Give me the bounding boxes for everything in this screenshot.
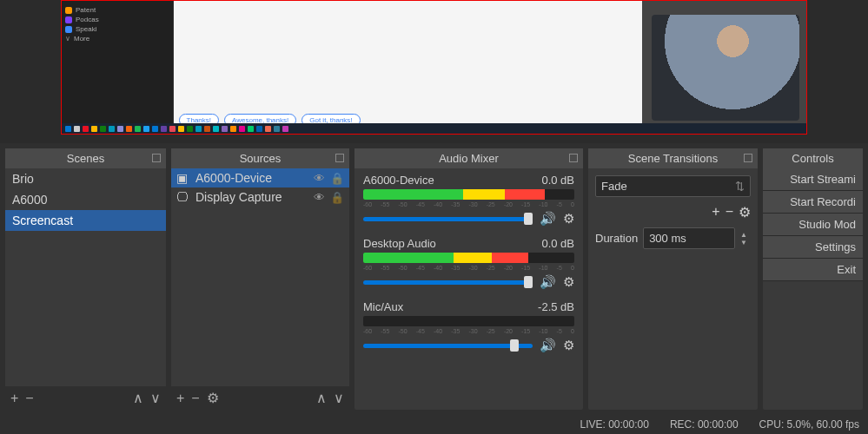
mixer-header: Audio Mixer	[354, 148, 583, 168]
preview-app-sidebar: PatentPodcasSpeaki ∨ More	[62, 1, 174, 134]
control-button[interactable]: Exit	[763, 259, 863, 281]
add-source-button[interactable]: +	[176, 391, 184, 406]
taskbar-icon	[274, 126, 280, 132]
popout-icon[interactable]	[744, 154, 752, 162]
scenes-list: BrioA6000Screencast	[5, 168, 166, 386]
mute-button[interactable]: 🔊	[540, 211, 556, 227]
channel-name: A6000-Device	[363, 174, 434, 187]
scene-item[interactable]: A6000	[5, 189, 166, 210]
channel-db: -2.5 dB	[538, 300, 574, 313]
level-meter	[363, 253, 574, 263]
taskbar-icon	[143, 126, 149, 132]
taskbar-icon	[152, 126, 158, 132]
sidebar-more: ∨ More	[65, 35, 169, 43]
taskbar-icon	[83, 126, 89, 132]
scenes-panel: Scenes BrioA6000Screencast + − ∧ ∨	[5, 148, 166, 410]
control-button[interactable]: Start Streami	[763, 168, 863, 191]
mute-button[interactable]: 🔊	[540, 338, 556, 353]
transitions-panel: Scene Transitions Fade⇅ + − ⚙ Duration 3…	[588, 148, 758, 410]
controls-list: Start StreamiStart RecordiStudio ModSett…	[763, 168, 863, 410]
scene-item[interactable]: Screencast	[5, 210, 166, 231]
mute-button[interactable]: 🔊	[540, 274, 556, 290]
control-button[interactable]: Studio Mod	[763, 214, 863, 236]
visibility-toggle[interactable]: 👁	[314, 172, 325, 185]
sources-header: Sources	[171, 148, 349, 168]
sources-list: ▣A6000-Device👁🔒🖵Display Capture👁🔒	[171, 168, 349, 386]
mixer-channel: Desktop Audio0.0 dB -60-55-50-45-40-35-3…	[354, 232, 583, 295]
source-up-button[interactable]: ∧	[316, 390, 327, 406]
remove-scene-button[interactable]: −	[25, 391, 33, 406]
volume-slider[interactable]	[363, 217, 533, 221]
popout-icon[interactable]	[152, 154, 161, 162]
sources-footer: + − ⚙ ∧ ∨	[171, 386, 349, 410]
channel-settings-button[interactable]: ⚙	[563, 211, 574, 227]
add-scene-button[interactable]: +	[10, 391, 18, 406]
taskbar-icon	[161, 126, 167, 132]
taskbar-icon	[187, 126, 193, 132]
status-rec: REC: 00:00:00	[670, 418, 739, 431]
volume-slider[interactable]	[363, 280, 533, 285]
taskbar-icon	[74, 126, 80, 132]
sidebar-item: Podcas	[65, 16, 169, 23]
channel-db: 0.0 dB	[541, 237, 574, 250]
transition-select[interactable]: Fade⇅	[595, 175, 751, 197]
taskbar-icon	[178, 126, 184, 132]
taskbar-icon	[109, 126, 115, 132]
status-live: LIVE: 00:00:00	[580, 418, 648, 431]
taskbar-icon	[91, 126, 97, 132]
add-transition-button[interactable]: +	[712, 204, 719, 220]
visibility-toggle[interactable]: 👁	[314, 191, 325, 204]
taskbar-icon	[256, 126, 262, 132]
sources-panel: Sources ▣A6000-Device👁🔒🖵Display Capture👁…	[171, 148, 349, 410]
lock-toggle[interactable]: 🔒	[330, 191, 344, 204]
taskbar-icon	[230, 126, 236, 132]
remove-transition-button[interactable]: −	[726, 204, 733, 220]
lock-toggle[interactable]: 🔒	[330, 172, 344, 185]
scene-item[interactable]: Brio	[5, 168, 166, 189]
audio-mixer-panel: Audio Mixer A6000-Device0.0 dB -60-55-50…	[354, 148, 583, 410]
taskbar-icon	[213, 126, 219, 132]
channel-settings-button[interactable]: ⚙	[563, 274, 574, 290]
scene-down-button[interactable]: ∨	[150, 390, 161, 406]
scene-up-button[interactable]: ∧	[133, 390, 143, 406]
controls-header: Controls	[763, 148, 863, 168]
taskbar-icon	[248, 126, 254, 132]
control-button[interactable]: Settings	[763, 236, 863, 259]
duration-spinner[interactable]: ▲▼	[740, 231, 751, 247]
transitions-header: Scene Transitions	[588, 148, 758, 168]
taskbar-icon	[265, 126, 271, 132]
level-meter	[363, 316, 574, 326]
scenes-header: Scenes	[5, 148, 166, 168]
source-settings-button[interactable]: ⚙	[207, 390, 219, 406]
preview-area: PatentPodcasSpeaki ∨ More Thanks!Awesome…	[0, 0, 868, 143]
sidebar-item: Speaki	[65, 25, 169, 33]
duration-label: Duration	[595, 232, 638, 245]
transition-settings-button[interactable]: ⚙	[739, 204, 751, 220]
taskbar-icon	[169, 126, 176, 132]
taskbar-icon	[222, 126, 228, 132]
popout-icon[interactable]	[569, 154, 578, 162]
preview-canvas[interactable]: PatentPodcasSpeaki ∨ More Thanks!Awesome…	[61, 0, 807, 135]
duration-input[interactable]: 300 ms	[643, 227, 735, 249]
mixer-channel: A6000-Device0.0 dB -60-55-50-45-40-35-30…	[354, 168, 583, 232]
display-icon: 🖵	[176, 190, 190, 204]
channel-name: Mic/Aux	[363, 300, 403, 313]
taskbar-icon	[204, 126, 210, 132]
taskbar-icon	[65, 126, 71, 132]
status-bar: LIVE: 00:00:00 REC: 00:00:00 CPU: 5.0%, …	[0, 415, 868, 434]
source-down-button[interactable]: ∨	[334, 390, 344, 406]
taskbar-icon	[135, 126, 141, 132]
volume-slider[interactable]	[363, 344, 533, 348]
popout-icon[interactable]	[335, 154, 344, 162]
channel-settings-button[interactable]: ⚙	[563, 338, 574, 353]
camera-icon: ▣	[176, 171, 190, 185]
remove-source-button[interactable]: −	[191, 391, 199, 406]
control-button[interactable]: Start Recordi	[763, 191, 863, 214]
taskbar-icon	[282, 126, 288, 132]
source-item[interactable]: ▣A6000-Device👁🔒	[171, 168, 349, 187]
mixer-list: A6000-Device0.0 dB -60-55-50-45-40-35-30…	[354, 168, 583, 410]
source-item[interactable]: 🖵Display Capture👁🔒	[171, 187, 349, 207]
status-cpu: CPU: 5.0%, 60.00 fps	[759, 418, 859, 431]
preview-email-pane: Thanks!Awesome, thanks!Got it, thanks!	[174, 1, 643, 134]
channel-db: 0.0 dB	[541, 174, 574, 187]
